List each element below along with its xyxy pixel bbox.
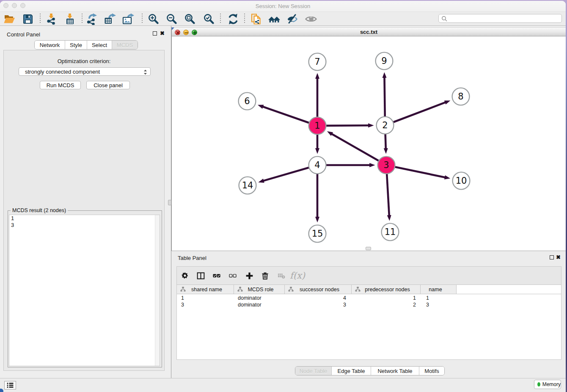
graph-edge-2-3[interactable] [385,134,386,149]
mcds-result-list[interactable]: 13 [9,215,160,366]
graph-edge-arrowhead [387,215,391,221]
column-header-predecessor-nodes[interactable]: predecessor nodes [352,285,421,294]
toolbar-separator [244,14,245,24]
tab-select[interactable]: Select [87,41,112,49]
column-header-successor-nodes[interactable]: successor nodes [285,285,352,294]
graph-edge-arrowhead [258,179,264,183]
table-panel-float-icon[interactable] [550,255,554,259]
zoom-selected-icon[interactable] [203,13,215,25]
tab-style[interactable]: Style [65,41,87,49]
graph-edge-3-10[interactable] [395,167,446,177]
table-cell[interactable]: 1 [352,295,421,301]
table-panel-title: Table Panel [178,255,206,261]
tab-motifs[interactable]: Motifs [419,367,444,375]
control-panel-float-icon[interactable] [153,31,157,36]
graph-node-label: 6 [244,96,250,106]
search-icon [441,16,448,22]
graph-node-label: 7 [314,57,320,67]
table-cell[interactable]: 1 [421,295,457,301]
show-columns-icon[interactable] [194,269,207,282]
zoom-fit-icon[interactable] [184,13,196,25]
zoom-in-icon[interactable] [147,13,160,25]
graph-node-label: 3 [383,160,389,170]
horizontal-splitter-handle[interactable] [366,247,371,250]
home-icon[interactable] [268,13,281,25]
refresh-icon[interactable] [227,13,239,25]
column-header-name[interactable]: name [421,285,457,294]
clone-network-icon[interactable] [250,13,262,25]
function-builder-icon: f(x) [291,269,304,282]
table-cell[interactable]: 1 [177,295,234,301]
network-window-titlebar[interactable]: scc.txt [172,27,566,36]
table-cell[interactable]: 3 [421,301,457,308]
graph-node-label: 9 [381,56,387,66]
column-header-MCDS-role[interactable]: MCDS role [234,285,285,294]
deselect-all-icon[interactable] [226,269,239,282]
column-header-shared-name[interactable]: shared name [177,285,234,294]
tab-network-table[interactable]: Network Table [371,367,419,375]
mcds-result-item[interactable]: 3 [9,222,160,229]
graph-edge-arrowhead [369,163,375,167]
zoom-out-icon[interactable] [165,13,178,25]
export-network-icon[interactable] [86,13,99,25]
table-cell[interactable]: 4 [285,295,352,301]
show-all-eye-icon[interactable] [305,13,317,25]
vertical-splitter-handle[interactable] [168,200,171,205]
table-cell[interactable]: 2 [352,301,421,308]
table-cell[interactable]: dominator [234,295,285,301]
delete-icon[interactable] [259,269,271,282]
table-settings-gear-icon[interactable] [179,269,191,282]
optimization-criterion-select[interactable]: strongly connected component [19,67,151,76]
window-title: Session: New Session [0,3,566,9]
run-mcds-button[interactable]: Run MCDS [40,81,81,89]
search-box[interactable] [438,14,562,23]
tab-network[interactable]: Network [35,41,65,49]
graph-edge-1-2[interactable] [326,125,369,126]
close-panel-button[interactable]: Close panel [86,81,130,89]
table-panel-tabs: Node TableEdge TableNetwork TableMotifs [295,366,445,375]
save-session-icon[interactable] [22,13,34,25]
table-row[interactable]: 3dominator323 [177,301,561,308]
toolbar-separator [40,14,41,24]
graph-edge-2-8[interactable] [393,102,446,122]
table-header: shared name MCDS role successor nodes pr… [177,284,561,294]
select-all-icon[interactable] [210,269,223,282]
graph-edge-4-14[interactable] [263,168,309,181]
column-header-label: name [421,287,456,293]
add-icon[interactable] [243,269,256,282]
export-image-icon[interactable] [122,13,135,25]
graph-edge-3-11[interactable] [387,174,389,216]
mcds-result-scrollbar[interactable] [155,215,160,366]
table-cell[interactable]: dominator [234,301,285,308]
toolbar-separator [82,14,83,24]
graph-node-label: 4 [314,160,320,170]
mcds-result-item[interactable]: 1 [9,215,160,222]
import-table-from-file-icon[interactable] [63,13,76,25]
optimization-criterion-value: strongly connected component [25,69,100,75]
graph-edge-arrowhead [258,105,264,108]
graph-edge-1-6[interactable] [262,107,309,123]
search-input[interactable] [449,15,559,22]
table-cell[interactable]: 3 [177,301,234,308]
toolbar-separator [220,14,221,24]
tab-edge-table[interactable]: Edge Table [332,367,371,375]
table-panel-close-icon[interactable]: ✖ [556,255,561,259]
export-table-icon[interactable] [104,13,116,25]
tab-node-table[interactable]: Node Table [295,367,332,375]
task-history-button[interactable] [4,381,16,389]
graph-node-label: 15 [312,229,323,239]
memory-label: Memory [542,381,561,387]
column-tree-icon [288,286,294,293]
table-cell[interactable]: 3 [285,301,352,308]
control-panel-close-icon[interactable]: ✖ [160,31,165,36]
tab-mcds[interactable]: MCDS [112,41,138,49]
graph-edge-3-1[interactable] [331,134,379,161]
table-row[interactable]: 1dominator411 [177,295,561,301]
open-session-icon[interactable] [3,13,16,25]
memory-button[interactable]: Memory [534,380,561,389]
network-canvas[interactable]: 7968124314101511 [172,37,566,251]
hide-selected-eye-icon[interactable] [286,13,299,25]
import-network-from-file-icon[interactable] [45,13,58,25]
mcds-result-group: MCDS result (2 nodes) 13 [8,210,162,367]
graph-edge-2-9[interactable] [384,77,385,117]
